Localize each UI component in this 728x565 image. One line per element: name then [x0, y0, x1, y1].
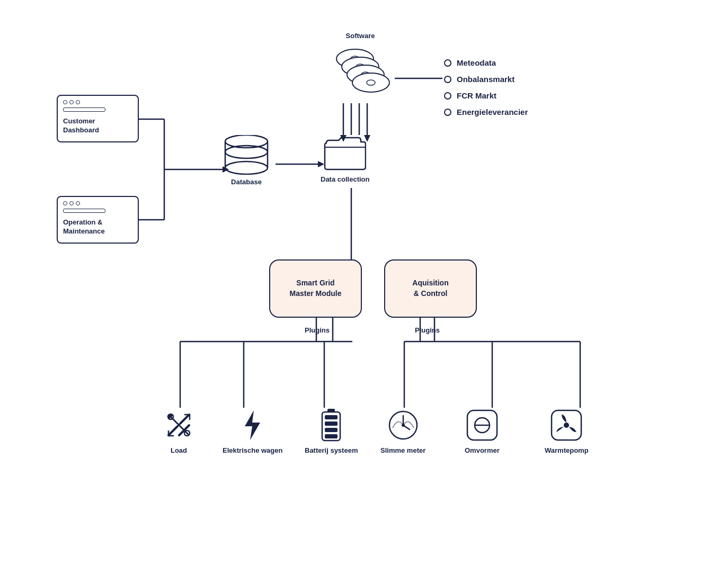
svg-point-58 — [402, 424, 405, 427]
dot — [69, 100, 74, 104]
omvormer-label: Omvormer — [465, 446, 500, 454]
bolt-icon — [235, 408, 270, 442]
svg-rect-51 — [325, 415, 338, 419]
batterij-systeem-label: Batterij systeem — [305, 446, 358, 454]
svg-rect-54 — [325, 434, 338, 438]
aquisition-control-label: Aquisition& Control — [412, 278, 448, 299]
device-batterij-systeem: Batterij systeem — [305, 408, 358, 454]
legend-item-fcr: FCR Markt — [444, 91, 528, 100]
dot — [63, 100, 67, 104]
svg-rect-52 — [325, 421, 338, 426]
fan-icon — [549, 408, 584, 442]
legend-circle-2 — [444, 76, 451, 83]
legend-label-energieleverancier: Energieleverancier — [457, 107, 528, 116]
data-collection-icon: Data collection — [321, 132, 369, 183]
load-label: Load — [171, 446, 187, 454]
svg-marker-48 — [245, 410, 260, 440]
legend-circle-1 — [444, 59, 451, 67]
dot — [76, 201, 80, 205]
svg-point-39 — [352, 73, 389, 92]
device-elektrische-wagen: Elektrische wagen — [223, 408, 282, 454]
operation-maintenance-label: Operation & Maintenance — [63, 218, 132, 236]
device-warmtepomp: Warmtepomp — [545, 408, 589, 454]
plugins-label-left: Plugins — [305, 326, 330, 334]
legend-label-onbalansmarkt: Onbalansmarkt — [457, 75, 514, 84]
smart-grid-label: Smart GridMaster Module — [289, 278, 341, 299]
wrench-icon — [162, 408, 196, 442]
device-load: Load — [162, 408, 196, 454]
legend-item-energieleverancier: Energieleverancier — [444, 107, 528, 116]
diagram-container: Customer Dashboard Operation & Maintenan… — [0, 0, 728, 565]
legend: Meteodata Onbalansmarkt FCR Markt Energi… — [444, 58, 528, 116]
browser-bar-1 — [63, 107, 105, 112]
database-label: Database — [231, 178, 262, 186]
warmtepomp-label: Warmtepomp — [545, 446, 589, 454]
device-slimme-meter: Slimme meter — [380, 408, 425, 454]
customer-dashboard-box: Customer Dashboard — [57, 95, 139, 142]
legend-circle-4 — [444, 109, 451, 116]
battery-icon — [314, 408, 349, 442]
svg-point-63 — [564, 423, 569, 428]
slimme-meter-label: Slimme meter — [380, 446, 425, 454]
device-omvormer: Omvormer — [465, 408, 500, 454]
legend-circle-3 — [444, 92, 451, 100]
plugins-label-right: Plugins — [415, 326, 440, 334]
software-icon: Software — [323, 32, 397, 106]
inverter-icon — [465, 408, 499, 442]
browser-dots-1 — [63, 100, 132, 104]
software-label: Software — [346, 32, 375, 40]
legend-item-onbalansmarkt: Onbalansmarkt — [444, 75, 528, 84]
dot — [69, 201, 74, 205]
data-collection-label: Data collection — [321, 175, 369, 183]
legend-label-fcr: FCR Markt — [457, 91, 496, 100]
aquisition-control-module: Aquisition& Control — [384, 259, 477, 318]
dot — [76, 100, 80, 104]
operation-maintenance-box: Operation & Maintenance — [57, 196, 139, 244]
browser-bar-2 — [63, 209, 105, 213]
elektrische-wagen-label: Elektrische wagen — [223, 446, 282, 454]
customer-dashboard-label: Customer Dashboard — [63, 117, 132, 135]
smart-grid-module: Smart GridMaster Module — [269, 259, 362, 318]
dot — [63, 201, 67, 205]
clock-icon — [386, 408, 420, 442]
legend-label-meteodata: Meteodata — [457, 58, 496, 67]
svg-point-29 — [225, 162, 268, 174]
database-icon: Database — [223, 135, 270, 186]
svg-rect-53 — [325, 428, 338, 432]
browser-dots-2 — [63, 201, 132, 205]
legend-item-meteodata: Meteodata — [444, 58, 528, 67]
